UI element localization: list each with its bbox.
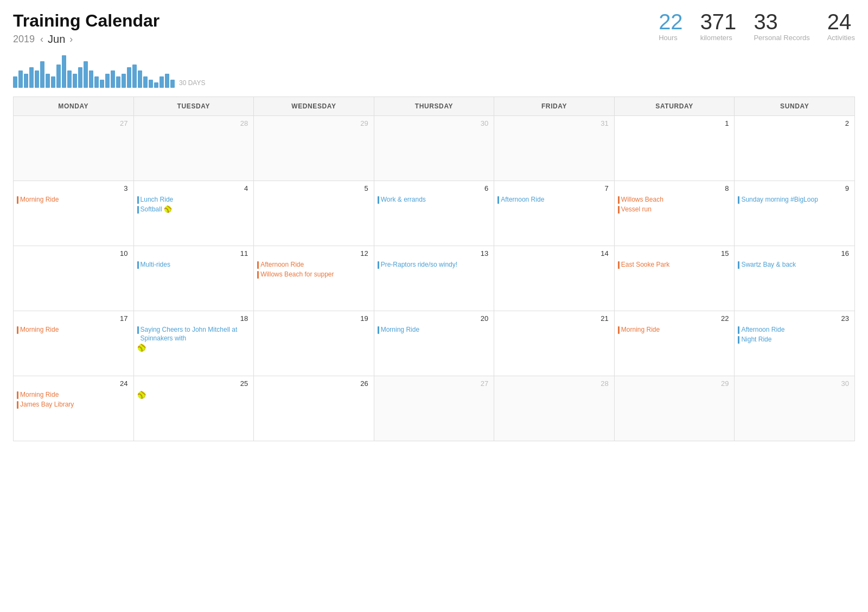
calendar-cell: 3Morning Ride <box>14 181 134 246</box>
event-title[interactable]: Sunday morning #BigLoop <box>741 196 818 204</box>
event-title[interactable]: Morning Ride <box>20 391 59 400</box>
calendar-event[interactable]: Morning Ride <box>378 326 491 334</box>
event-title[interactable]: Morning Ride <box>20 196 59 204</box>
calendar-event[interactable]: Afternoon Ride <box>257 261 371 269</box>
day-number: 5 <box>257 183 371 195</box>
calendar-event[interactable]: East Sooke Park <box>618 261 731 269</box>
event-title[interactable]: Vessel run <box>621 205 652 214</box>
month-label: Jun <box>48 33 65 46</box>
calendar-cell: 5 <box>254 181 374 246</box>
event-color-bar <box>137 196 139 204</box>
event-title[interactable]: Multi-rides <box>141 261 170 269</box>
calendar-cell: 9Sunday morning #BigLoop <box>735 181 855 246</box>
calendar-event[interactable]: Swartz Bay & back <box>738 261 851 269</box>
calendar-event[interactable]: Morning Ride <box>17 326 130 334</box>
prev-month-button[interactable]: ‹ <box>39 34 44 45</box>
calendar-event[interactable]: Multi-rides <box>137 261 251 269</box>
day-number: 29 <box>257 118 371 130</box>
calendar-event[interactable]: Willows Beach for supper <box>257 270 371 279</box>
calendar-event[interactable]: Lunch Ride <box>137 196 251 204</box>
month-nav: ‹ Jun › <box>39 33 74 46</box>
event-title[interactable]: Work & errands <box>381 196 426 204</box>
calendar-event[interactable]: James Bay Library <box>17 401 130 409</box>
calendar-cell: 7Afternoon Ride <box>494 181 615 246</box>
calendar-day-header: TUESDAY <box>133 97 254 116</box>
event-title[interactable]: Willows Beach for supper <box>260 270 334 279</box>
day-number: 24 <box>17 378 130 390</box>
chart-bar <box>73 74 77 88</box>
event-color-bar <box>17 196 18 204</box>
event-color-bar <box>497 196 499 204</box>
chart-bar <box>159 76 164 88</box>
event-title[interactable]: Afternoon Ride <box>260 261 304 269</box>
year-label: 2019 <box>13 34 35 45</box>
chart-bar <box>24 74 28 88</box>
event-title[interactable]: Saying Cheers to John Mitchell at Spinna… <box>141 326 251 343</box>
calendar-cell: 11Multi-rides <box>133 246 254 311</box>
hours-label: Hours <box>659 34 683 42</box>
calendar-event[interactable]: Willows Beach <box>618 196 731 204</box>
event-title[interactable]: Morning Ride <box>20 326 59 334</box>
calendar-event[interactable]: Pre-Raptors ride/so windy! <box>378 261 491 269</box>
day-number: 2 <box>738 118 851 130</box>
event-title[interactable]: Morning Ride <box>621 326 660 334</box>
calendar-event[interactable]: Sunday morning #BigLoop <box>738 196 851 204</box>
activities-value: 24 <box>827 11 855 33</box>
chart-bar <box>62 55 66 88</box>
stat-activities: 24 Activities <box>827 11 855 42</box>
day-number: 30 <box>378 118 491 130</box>
calendar-event[interactable]: Work & errands <box>378 196 491 204</box>
event-title[interactable]: Pre-Raptors ride/so windy! <box>381 261 457 269</box>
chart-bar <box>116 76 120 88</box>
event-title[interactable]: Softball 🥎 <box>141 205 172 214</box>
day-number: 15 <box>618 248 731 260</box>
event-title[interactable]: Morning Ride <box>381 326 419 334</box>
calendar-event[interactable]: Softball 🥎 <box>137 205 251 214</box>
chart-bar <box>111 70 115 88</box>
calendar-event[interactable]: Vessel run <box>618 205 731 214</box>
calendar-cell: 13Pre-Raptors ride/so windy! <box>374 246 494 311</box>
calendar-event[interactable]: Morning Ride <box>17 391 130 400</box>
day-number: 28 <box>137 118 251 130</box>
calendar-cell: 4Lunch RideSoftball 🥎 <box>133 181 254 246</box>
calendar-event[interactable]: Morning Ride <box>17 196 130 204</box>
calendar-day-header: SATURDAY <box>614 97 735 116</box>
calendar-event[interactable]: Night Ride <box>738 336 851 344</box>
calendar-cell: 27 <box>14 116 134 181</box>
next-month-button[interactable]: › <box>68 34 74 45</box>
chart-section: 30 DAYS <box>13 50 205 88</box>
calendar-event[interactable]: Afternoon Ride <box>738 326 851 334</box>
day-number: 23 <box>738 313 851 325</box>
event-title[interactable]: Night Ride <box>741 336 771 344</box>
calendar-day-header: THURSDAY <box>374 97 494 116</box>
page-title: Training Calendar <box>13 11 205 31</box>
event-title[interactable]: James Bay Library <box>20 401 74 409</box>
event-title[interactable]: Afternoon Ride <box>741 326 784 334</box>
chart-bar <box>84 61 88 88</box>
chart-bar <box>29 67 34 88</box>
day-number: 17 <box>17 313 130 325</box>
chart-bar <box>18 70 23 88</box>
day-number: 13 <box>378 248 491 260</box>
chart-bar <box>94 76 99 88</box>
event-title[interactable]: Afternoon Ride <box>501 196 544 204</box>
activities-label: Activities <box>827 34 855 42</box>
event-color-bar <box>17 401 18 409</box>
event-title[interactable]: Swartz Bay & back <box>741 261 796 269</box>
calendar-event[interactable]: Saying Cheers to John Mitchell at Spinna… <box>137 326 251 343</box>
chart-bar <box>78 67 82 88</box>
calendar-cell: 2 <box>735 116 855 181</box>
event-color-bar <box>17 326 18 334</box>
event-title[interactable]: Willows Beach <box>621 196 663 204</box>
chart-bar <box>149 80 153 88</box>
day-number: 3 <box>17 183 130 195</box>
calendar-cell: 19 <box>254 311 374 376</box>
event-title[interactable]: Lunch Ride <box>141 196 174 204</box>
calendar-event[interactable]: Afternoon Ride <box>497 196 611 204</box>
calendar-day-header: WEDNESDAY <box>254 97 374 116</box>
stat-records: 33 Personal Records <box>754 11 809 42</box>
event-title[interactable]: East Sooke Park <box>621 261 669 269</box>
calendar-cell: 8Willows BeachVessel run <box>614 181 735 246</box>
calendar-event[interactable]: Morning Ride <box>618 326 731 334</box>
chart-bar <box>127 67 131 88</box>
